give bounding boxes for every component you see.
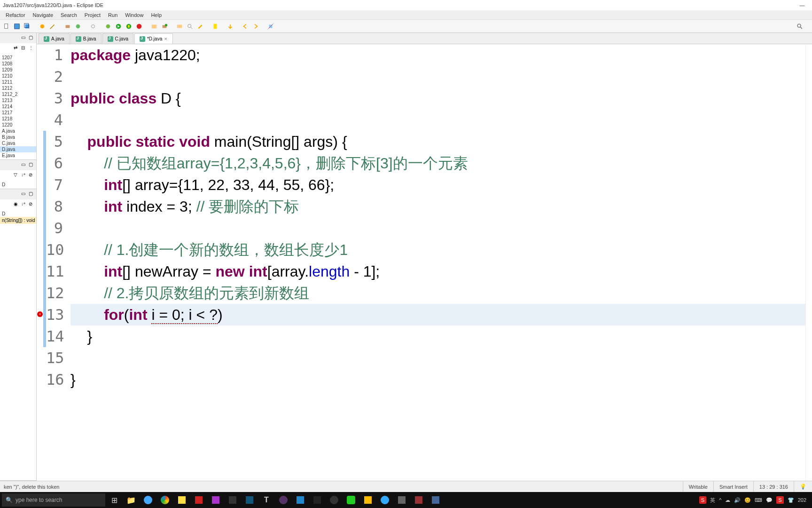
package-item[interactable]: C.java bbox=[0, 140, 36, 146]
open-type-button[interactable] bbox=[38, 22, 47, 31]
editor-tab[interactable]: B.java bbox=[70, 33, 102, 44]
maximize-icon[interactable]: ▢ bbox=[29, 191, 35, 198]
code-line[interactable]: int index = 3; // 要删除的下标 bbox=[70, 196, 805, 217]
tray-chevron-icon[interactable]: ^ bbox=[719, 497, 721, 503]
status-tip-icon[interactable]: 💡 bbox=[794, 481, 812, 492]
code-line[interactable]: package java1220; bbox=[70, 44, 805, 66]
media-player-icon[interactable] bbox=[360, 493, 376, 507]
menu-window[interactable]: Window bbox=[121, 12, 147, 18]
file-explorer-icon[interactable]: 📁 bbox=[123, 493, 139, 507]
search-toolbar-button[interactable] bbox=[185, 22, 195, 31]
maximize-icon[interactable]: ▢ bbox=[29, 162, 35, 168]
package-item[interactable]: D.java bbox=[0, 146, 36, 152]
taskbar-clock[interactable]: 202 bbox=[798, 497, 806, 503]
window-minimize-button[interactable]: — bbox=[795, 2, 809, 8]
view-menu-icon[interactable]: ⋮ bbox=[29, 45, 35, 52]
hide-fields-icon[interactable]: ⊘ bbox=[29, 201, 35, 208]
sticky-notes-icon[interactable] bbox=[174, 493, 190, 507]
shirt-icon[interactable]: 👕 bbox=[788, 497, 794, 503]
wand-button[interactable] bbox=[48, 22, 57, 31]
pin-button[interactable] bbox=[266, 22, 275, 31]
eclipse-icon[interactable] bbox=[275, 493, 291, 507]
maximize-icon[interactable]: ▢ bbox=[29, 35, 35, 41]
outline-class-item[interactable]: D bbox=[0, 211, 36, 217]
filter-icon[interactable]: ▽ bbox=[14, 172, 20, 179]
acrobat-icon[interactable] bbox=[191, 493, 207, 507]
collapse-all-icon[interactable]: ⊟ bbox=[21, 45, 28, 52]
debug-button[interactable] bbox=[103, 22, 113, 31]
chrome-canary-icon[interactable] bbox=[140, 493, 156, 507]
wechat-icon[interactable] bbox=[343, 493, 359, 507]
code-line[interactable] bbox=[70, 66, 805, 87]
task-view-button[interactable]: ⊞ bbox=[106, 493, 122, 507]
package-item[interactable]: 1207 bbox=[0, 55, 36, 61]
package-item[interactable]: 1220 bbox=[0, 122, 36, 128]
outline-method-item[interactable]: n(String[]) : void bbox=[0, 217, 36, 224]
run-button[interactable] bbox=[114, 22, 123, 31]
editor-tab[interactable]: A.java bbox=[39, 33, 70, 44]
menu-run[interactable]: Run bbox=[104, 12, 121, 18]
app-icon-2[interactable] bbox=[411, 493, 427, 507]
back-button[interactable] bbox=[241, 22, 250, 31]
package-item[interactable]: 1217 bbox=[0, 110, 36, 116]
code-line[interactable]: for(int i = 0; i < ?) bbox=[70, 304, 805, 325]
code-line[interactable] bbox=[70, 217, 805, 239]
terminal-icon[interactable] bbox=[309, 493, 325, 507]
code-line[interactable]: public static void main(String[] args) { bbox=[70, 131, 805, 152]
hide-icon[interactable]: ⊘ bbox=[29, 172, 35, 179]
quick-access-search-icon[interactable] bbox=[795, 22, 804, 31]
code-editor[interactable]: × 12345678910111213141516 package java12… bbox=[37, 44, 812, 481]
obs-icon[interactable] bbox=[326, 493, 342, 507]
minimize-icon[interactable]: ▭ bbox=[21, 191, 28, 198]
onedrive-icon[interactable]: ☁ bbox=[725, 497, 730, 503]
package-item[interactable]: 1218 bbox=[0, 116, 36, 122]
webstorm-icon[interactable] bbox=[242, 493, 258, 507]
package-item[interactable]: 1210 bbox=[0, 73, 36, 79]
code-line[interactable]: public class D { bbox=[70, 87, 805, 109]
focus-icon[interactable]: ◉ bbox=[14, 201, 20, 208]
error-marker-icon[interactable]: × bbox=[37, 311, 43, 317]
menu-navigate[interactable]: Navigate bbox=[29, 12, 57, 18]
code-line[interactable]: int[] newArray = new int[array.length - … bbox=[70, 261, 805, 282]
face-icon[interactable]: 😊 bbox=[744, 497, 751, 503]
menu-refactor[interactable]: Refactor bbox=[2, 12, 29, 18]
sogou-ime-icon[interactable]: S bbox=[699, 496, 706, 504]
annotate-button[interactable] bbox=[195, 22, 205, 31]
onenote-icon[interactable] bbox=[208, 493, 224, 507]
minimize-icon[interactable]: ▭ bbox=[21, 162, 28, 168]
app-icon[interactable] bbox=[394, 493, 410, 507]
new-java-project-button[interactable] bbox=[149, 22, 159, 31]
run-last-button[interactable] bbox=[134, 22, 144, 31]
editor-tab[interactable]: *D.java✕ bbox=[134, 33, 173, 44]
link-editor-icon[interactable]: ⇄ bbox=[14, 45, 20, 52]
keyboard-icon[interactable]: ⌨ bbox=[755, 497, 762, 503]
skip-breakpoints-button[interactable] bbox=[88, 22, 98, 31]
code-line[interactable] bbox=[70, 347, 805, 369]
code-content[interactable]: package java1220;public class D { public… bbox=[67, 44, 805, 481]
forward-button[interactable] bbox=[251, 22, 260, 31]
package-item[interactable]: 1212_2 bbox=[0, 91, 36, 97]
next-annotation-button[interactable] bbox=[226, 22, 235, 31]
save-all-button[interactable] bbox=[23, 22, 32, 31]
intellij-icon[interactable] bbox=[225, 493, 241, 507]
package-item[interactable]: 1209 bbox=[0, 67, 36, 73]
code-line[interactable]: } bbox=[70, 369, 805, 390]
toggle-mark-button[interactable] bbox=[211, 22, 220, 31]
package-button[interactable] bbox=[63, 22, 72, 31]
code-line[interactable]: // 1.创建一个新的数组，数组长度少1 bbox=[70, 239, 805, 261]
menu-help[interactable]: Help bbox=[147, 12, 165, 18]
code-line[interactable]: // 2.拷贝原数组的元素到新数组 bbox=[70, 282, 805, 304]
typora-icon[interactable]: T bbox=[258, 493, 274, 507]
save-button[interactable] bbox=[12, 22, 22, 31]
volume-icon[interactable]: 🔊 bbox=[734, 497, 741, 503]
class-button[interactable] bbox=[73, 22, 83, 31]
sogou-tray-icon[interactable]: S bbox=[776, 496, 783, 504]
sort-icon[interactable]: ↓ᵃ bbox=[21, 201, 28, 208]
package-item[interactable]: 1212 bbox=[0, 85, 36, 91]
package-item[interactable]: E.java bbox=[0, 152, 36, 159]
chrome-icon[interactable] bbox=[157, 493, 173, 507]
browser-icon[interactable] bbox=[377, 493, 393, 507]
hierarchy-class-item[interactable]: D bbox=[0, 182, 36, 188]
package-explorer-tree[interactable]: 1207120812091210121112121212_21213121412… bbox=[0, 54, 36, 159]
editor-tab[interactable]: C.java bbox=[102, 33, 133, 44]
